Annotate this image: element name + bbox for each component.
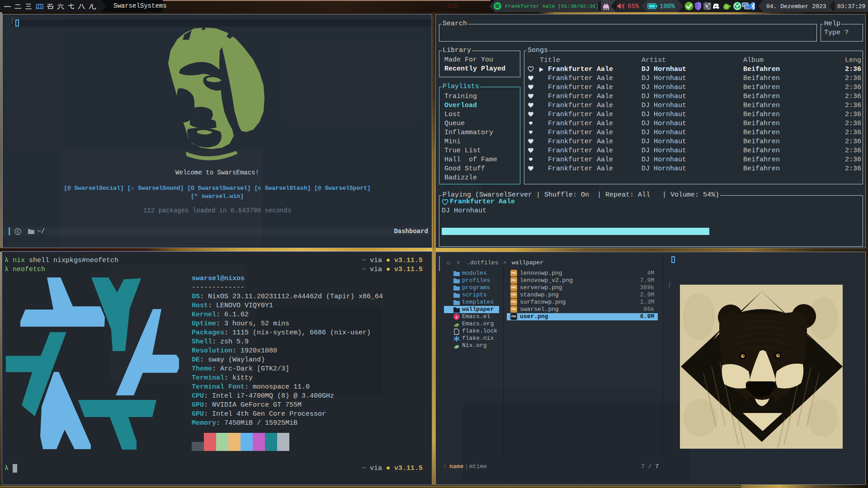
svg-text:e: e (456, 314, 458, 319)
